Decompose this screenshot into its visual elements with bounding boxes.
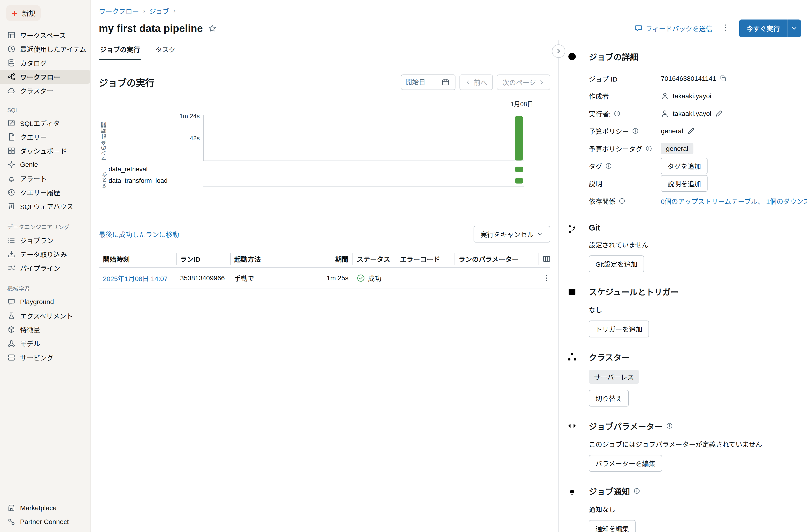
query-history-icon	[7, 188, 16, 196]
sidebar-item-experiments[interactable]: エクスペリメント	[0, 309, 90, 323]
go-last-success-link[interactable]: 最後に成功したランに移動	[99, 229, 179, 239]
sidebar-item-dashboards[interactable]: ダッシュボード	[0, 144, 90, 158]
column-settings-button[interactable]	[542, 254, 552, 264]
pencil-icon[interactable]	[715, 110, 723, 118]
table-row[interactable]: 2025年1月08日 14:07 353813409966... 手動で 1m …	[99, 268, 550, 289]
add-git-settings-button[interactable]: Git設定を追加	[589, 255, 644, 272]
collapse-panel-button[interactable]	[552, 44, 565, 58]
pencil-icon[interactable]	[687, 127, 695, 135]
sidebar-item-job-runs[interactable]: ジョブラン	[0, 233, 90, 247]
job-notifications-section: ジョブ通知 通知なし 通知を編集 期間とストリーミングのバックログのしきい値 し…	[559, 485, 807, 532]
sidebar-item-serving[interactable]: サービング	[0, 350, 90, 364]
sidebar-item-compute[interactable]: クラスター	[0, 84, 90, 97]
task-run-marker[interactable]	[515, 178, 523, 184]
breadcrumb-jobs-link[interactable]: ジョブ	[149, 6, 169, 16]
new-button[interactable]: ＋ 新規	[6, 5, 41, 21]
col-header-launch-type[interactable]: 起動方法	[230, 251, 287, 267]
copy-icon[interactable]	[720, 75, 726, 82]
tab-tasks[interactable]: タスク	[154, 40, 177, 60]
col-header-run-id[interactable]: ランID	[176, 251, 230, 267]
title-row: my first data pipeline フィードバックを送信 今すぐ実行	[99, 19, 801, 37]
sidebar-item-label: クラスター	[20, 86, 53, 95]
col-header-duration[interactable]: 期間	[287, 251, 352, 267]
sidebar-item-label: 特徴量	[20, 325, 40, 335]
next-page-button[interactable]: 次のページ	[497, 75, 550, 90]
sidebar-item-models[interactable]: モデル	[0, 337, 90, 350]
sidebar-item-features[interactable]: 特徴量	[0, 323, 90, 337]
sidebar-item-catalog[interactable]: カタログ	[0, 56, 90, 70]
job-parameters-section: ジョブパラメーター このジョブにはジョブパラメーターが定義されていません パラメ…	[559, 420, 807, 485]
overflow-menu-button[interactable]	[719, 21, 732, 35]
sidebar-item-label: エクスペリメント	[20, 311, 73, 321]
cell-duration: 1m 25s	[287, 269, 352, 288]
row-actions-menu-button[interactable]	[542, 273, 552, 283]
sidebar-item-data-ingestion[interactable]: データ取り込み	[0, 247, 90, 261]
sidebar-item-workflows[interactable]: ワークフロー	[0, 70, 90, 84]
task-run-marker[interactable]	[515, 167, 523, 172]
start-date-input[interactable]	[405, 78, 441, 86]
dependencies-link[interactable]: 0個のアップストリームテーブル、 1個のダウンストリーム	[661, 196, 807, 206]
field-budget-policy-tag: 予算ポリシータグ general	[589, 140, 807, 157]
sidebar-item-genie[interactable]: Genie	[0, 158, 90, 172]
col-header-error-code[interactable]: エラーコード	[396, 251, 455, 267]
sidebar-item-query-history[interactable]: クエリー履歴	[0, 185, 90, 199]
info-circle-icon[interactable]	[619, 197, 625, 204]
info-circle-icon[interactable]	[666, 422, 673, 429]
start-date-field[interactable]	[401, 75, 456, 90]
cluster-section: クラスター サーバーレス 切り替え	[559, 351, 807, 420]
field-label: 実行者:	[589, 109, 611, 118]
col-header-run-parameters[interactable]: ランのパラメーター	[455, 251, 530, 267]
schedule-title: スケジュールとトリガー	[589, 285, 679, 298]
compute-icon	[7, 87, 16, 95]
field-label: 予算ポリシータグ	[589, 144, 642, 153]
field-description: 説明 説明を追加	[589, 175, 807, 192]
columns-icon	[543, 255, 551, 263]
favorite-star-icon[interactable]	[208, 24, 216, 33]
sidebar-item-playground[interactable]: Playground	[0, 295, 90, 309]
edit-parameters-button[interactable]: パラメーターを編集	[589, 455, 662, 472]
serving-icon	[7, 354, 16, 362]
sidebar-item-recents[interactable]: 最近使用したアイテム	[0, 42, 90, 56]
run-duration-bar[interactable]	[515, 116, 523, 160]
cancel-run-dropdown[interactable]: 実行をキャンセル	[474, 226, 550, 243]
sidebar-item-workspace[interactable]: ワークスペース	[0, 28, 90, 42]
prev-page-button[interactable]: 前へ	[459, 75, 493, 90]
swap-cluster-button[interactable]: 切り替え	[589, 390, 629, 406]
send-feedback-label: フィードバックを送信	[646, 23, 713, 33]
field-dependencies: 依存関係 0個のアップストリームテーブル、 1個のダウンストリーム	[589, 192, 807, 210]
breadcrumb-workflows-link[interactable]: ワークフロー	[99, 6, 139, 16]
sidebar-item-label: クエリー履歴	[20, 188, 60, 197]
edit-notifications-button[interactable]: 通知を編集	[589, 520, 636, 532]
info-circle-icon[interactable]	[614, 110, 620, 117]
pipelines-icon	[7, 264, 16, 272]
sidebar-item-label: パイプライン	[20, 263, 60, 273]
tab-job-runs[interactable]: ジョブの実行	[99, 40, 141, 60]
sidebar-item-pipelines[interactable]: パイプライン	[0, 261, 90, 275]
run-start-time-link[interactable]: 2025年1月08日 14:07	[103, 275, 168, 282]
add-tag-button[interactable]: タグを追加	[661, 158, 708, 174]
run-now-button[interactable]: 今すぐ実行	[739, 19, 787, 37]
sql-warehouse-icon	[7, 202, 16, 210]
add-trigger-button[interactable]: トリガーを追加	[589, 321, 649, 337]
send-feedback-link[interactable]: フィードバックを送信	[635, 23, 713, 33]
sidebar-item-sql-editor[interactable]: SQLエディタ	[0, 116, 90, 130]
sidebar-item-sql-warehouse[interactable]: SQLウェアハウス	[0, 199, 90, 213]
add-description-button[interactable]: 説明を追加	[661, 175, 708, 192]
sidebar-item-partner-connect[interactable]: Partner Connect	[0, 515, 90, 529]
field-job-id: ジョブ ID 701646380141141	[589, 70, 807, 87]
sidebar-item-marketplace[interactable]: Marketplace	[0, 501, 90, 515]
playground-icon	[7, 298, 16, 306]
sidebar-item-alerts[interactable]: アラート	[0, 172, 90, 185]
info-circle-icon[interactable]	[645, 145, 652, 152]
schedule-section: スケジュールとトリガー なし トリガーを追加	[559, 285, 807, 350]
col-header-start-time[interactable]: 開始時刻	[99, 251, 176, 267]
sidebar-item-label: ジョブラン	[20, 235, 53, 245]
info-circle-icon[interactable]	[634, 488, 640, 494]
info-circle-icon[interactable]	[605, 163, 612, 169]
info-circle-icon[interactable]	[632, 128, 639, 134]
field-run-as: 実行者: takaaki.yayoi	[589, 105, 807, 122]
sidebar-section-sql: SQL	[7, 107, 83, 114]
col-header-status[interactable]: ステータス	[352, 251, 396, 267]
sidebar-item-queries[interactable]: クエリー	[0, 130, 90, 144]
run-now-caret-button[interactable]	[787, 19, 801, 37]
